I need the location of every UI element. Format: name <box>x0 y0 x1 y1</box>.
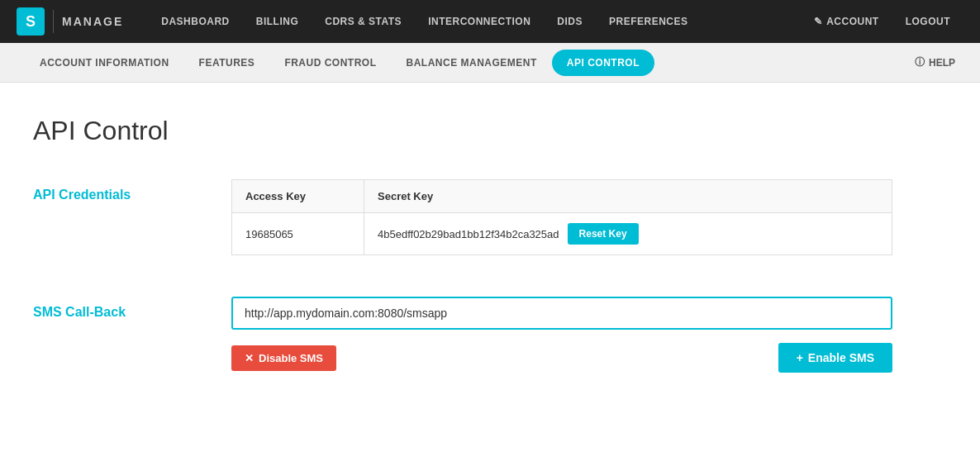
table-row: 19685065 4b5edff02b29bad1bb12f34b2ca325a… <box>232 213 892 255</box>
sms-buttons: ✕ Disable SMS + Enable SMS <box>231 343 892 373</box>
subnav-fraud-control[interactable]: FRAUD CONTROL <box>269 43 391 83</box>
reset-key-button[interactable]: Reset Key <box>568 223 639 245</box>
sub-nav: ACCOUNT INFORMATION FEATURES FRAUD CONTR… <box>0 43 980 83</box>
top-nav: S MANAGE DASHBOARD BILLING CDRS & STATS … <box>0 0 980 43</box>
logo-icon: S <box>17 7 45 36</box>
disable-icon: ✕ <box>245 352 254 364</box>
nav-account[interactable]: ✎ ACCOUNT <box>801 0 892 43</box>
access-key-value: 19685065 <box>232 213 364 255</box>
col-header-secret-key: Secret Key <box>364 180 892 213</box>
page-title: API Control <box>33 116 947 146</box>
plus-icon: + <box>797 351 803 364</box>
nav-preferences[interactable]: PREFERENCES <box>596 0 702 43</box>
user-icon: ✎ <box>814 16 823 27</box>
subnav-account-information[interactable]: ACCOUNT INFORMATION <box>25 43 184 83</box>
nav-billing[interactable]: BILLING <box>243 0 312 43</box>
nav-cdrs-stats[interactable]: CDRS & STATS <box>312 0 415 43</box>
subnav-features[interactable]: FEATURES <box>184 43 270 83</box>
logo-area: S MANAGE <box>17 7 123 36</box>
sms-callback-label: SMS Call-Back <box>33 297 198 373</box>
enable-sms-button[interactable]: + Enable SMS <box>778 343 892 373</box>
nav-logout[interactable]: LOGOUT <box>892 0 963 43</box>
top-nav-links: DASHBOARD BILLING CDRS & STATS INTERCONN… <box>148 0 800 43</box>
api-credentials-section: API Credentials Access Key Secret Key 19… <box>33 179 947 255</box>
credentials-table: Access Key Secret Key 19685065 4b5edff02… <box>231 179 892 255</box>
subnav-api-control[interactable]: API CONTROL <box>552 50 654 76</box>
col-header-access-key: Access Key <box>232 180 364 213</box>
nav-dids[interactable]: DIDS <box>544 0 596 43</box>
nav-dashboard[interactable]: DASHBOARD <box>148 0 243 43</box>
main-content: API Control API Credentials Access Key S… <box>0 83 980 466</box>
logo-divider <box>53 10 54 33</box>
sms-content: ✕ Disable SMS + Enable SMS <box>231 297 947 373</box>
top-nav-right: ✎ ACCOUNT LOGOUT <box>801 0 963 43</box>
logo-text: MANAGE <box>62 15 123 28</box>
sms-callback-input[interactable] <box>231 297 892 330</box>
secret-key-value: 4b5edff02b29bad1bb12f34b2ca325ad <box>378 228 559 240</box>
help-icon: ⓘ <box>915 55 925 69</box>
nav-interconnection[interactable]: INTERCONNECTION <box>415 0 544 43</box>
sms-callback-section: SMS Call-Back ✕ Disable SMS + Enable SMS <box>33 297 947 373</box>
secret-key-cell: 4b5edff02b29bad1bb12f34b2ca325ad Reset K… <box>364 213 892 255</box>
help-link[interactable]: ⓘ HELP <box>915 55 955 69</box>
credentials-table-container: Access Key Secret Key 19685065 4b5edff02… <box>231 179 947 255</box>
disable-sms-button[interactable]: ✕ Disable SMS <box>231 345 336 371</box>
sub-nav-links: ACCOUNT INFORMATION FEATURES FRAUD CONTR… <box>25 43 915 83</box>
api-credentials-label: API Credentials <box>33 179 198 255</box>
sub-nav-right: ⓘ HELP <box>915 55 955 69</box>
subnav-balance-management[interactable]: BALANCE MANAGEMENT <box>392 43 552 83</box>
